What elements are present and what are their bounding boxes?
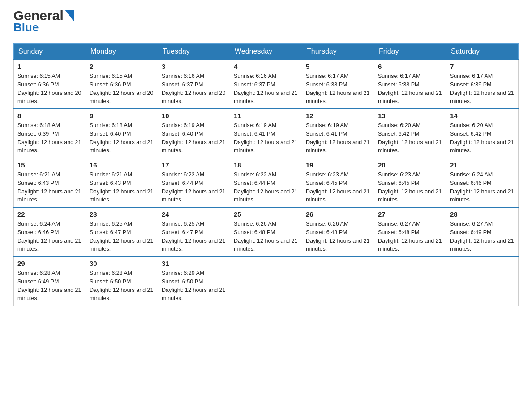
- daylight-label: Daylight: 12 hours and 21 minutes.: [162, 238, 225, 253]
- sunset-label: Sunset: 6:46 PM: [17, 229, 59, 235]
- sunset-label: Sunset: 6:49 PM: [17, 278, 59, 285]
- day-info: Sunrise: 6:17 AM Sunset: 6:38 PM Dayligh…: [378, 72, 442, 106]
- sunrise-label: Sunrise: 6:18 AM: [17, 122, 60, 128]
- sunset-label: Sunset: 6:39 PM: [17, 131, 59, 137]
- sunrise-label: Sunrise: 6:27 AM: [450, 221, 493, 227]
- day-number: 16: [90, 161, 154, 169]
- day-number: 19: [306, 161, 370, 169]
- day-info: Sunrise: 6:28 AM Sunset: 6:50 PM Dayligh…: [90, 269, 154, 303]
- daylight-label: Daylight: 12 hours and 21 minutes.: [378, 238, 442, 253]
- day-cell-20: 20 Sunrise: 6:23 AM Sunset: 6:45 PM Dayl…: [374, 158, 446, 207]
- sunset-label: Sunset: 6:48 PM: [378, 229, 419, 235]
- calendar-header-row: SundayMondayTuesdayWednesdayThursdayFrid…: [14, 44, 519, 60]
- daylight-label: Daylight: 12 hours and 21 minutes.: [234, 139, 297, 154]
- day-info: Sunrise: 6:17 AM Sunset: 6:38 PM Dayligh…: [306, 72, 370, 106]
- day-info: Sunrise: 6:20 AM Sunset: 6:42 PM Dayligh…: [450, 121, 515, 155]
- day-cell-31: 31 Sunrise: 6:29 AM Sunset: 6:50 PM Dayl…: [158, 257, 230, 306]
- sunset-label: Sunset: 6:48 PM: [306, 229, 347, 235]
- day-cell-2: 2 Sunrise: 6:15 AM Sunset: 6:36 PM Dayli…: [86, 60, 158, 109]
- sunset-label: Sunset: 6:38 PM: [378, 81, 419, 88]
- sunrise-label: Sunrise: 6:26 AM: [306, 221, 348, 227]
- day-info: Sunrise: 6:19 AM Sunset: 6:40 PM Dayligh…: [162, 121, 226, 155]
- day-number: 23: [90, 210, 154, 218]
- daylight-label: Daylight: 12 hours and 21 minutes.: [90, 238, 153, 253]
- sunrise-label: Sunrise: 6:19 AM: [234, 122, 276, 128]
- day-number: 24: [162, 210, 226, 218]
- day-info: Sunrise: 6:28 AM Sunset: 6:49 PM Dayligh…: [17, 269, 82, 303]
- day-info: Sunrise: 6:20 AM Sunset: 6:42 PM Dayligh…: [378, 121, 442, 155]
- sunrise-label: Sunrise: 6:15 AM: [90, 73, 132, 79]
- day-cell-15: 15 Sunrise: 6:21 AM Sunset: 6:43 PM Dayl…: [14, 158, 86, 207]
- sunrise-label: Sunrise: 6:27 AM: [378, 221, 420, 227]
- logo-blue: Blue: [13, 21, 39, 34]
- col-header-sunday: Sunday: [14, 44, 86, 60]
- sunset-label: Sunset: 6:47 PM: [162, 229, 203, 235]
- day-number: 1: [17, 63, 82, 70]
- daylight-label: Daylight: 12 hours and 21 minutes.: [162, 287, 225, 302]
- daylight-label: Daylight: 12 hours and 21 minutes.: [234, 238, 297, 253]
- daylight-label: Daylight: 12 hours and 21 minutes.: [17, 238, 81, 253]
- day-number: 26: [306, 210, 370, 218]
- daylight-label: Daylight: 12 hours and 21 minutes.: [17, 188, 81, 203]
- sunset-label: Sunset: 6:50 PM: [90, 278, 131, 285]
- sunrise-label: Sunrise: 6:24 AM: [17, 221, 60, 227]
- day-number: 15: [17, 161, 82, 169]
- day-info: Sunrise: 6:29 AM Sunset: 6:50 PM Dayligh…: [162, 269, 226, 303]
- day-cell-5: 5 Sunrise: 6:17 AM Sunset: 6:38 PM Dayli…: [302, 60, 374, 109]
- sunset-label: Sunset: 6:47 PM: [90, 229, 131, 235]
- sunrise-label: Sunrise: 6:16 AM: [162, 73, 204, 79]
- daylight-label: Daylight: 12 hours and 21 minutes.: [90, 287, 153, 302]
- week-row-4: 22 Sunrise: 6:24 AM Sunset: 6:46 PM Dayl…: [14, 207, 519, 257]
- day-cell-6: 6 Sunrise: 6:17 AM Sunset: 6:38 PM Dayli…: [374, 60, 446, 109]
- day-info: Sunrise: 6:25 AM Sunset: 6:47 PM Dayligh…: [162, 220, 226, 253]
- daylight-label: Daylight: 12 hours and 21 minutes.: [306, 238, 369, 253]
- day-info: Sunrise: 6:18 AM Sunset: 6:40 PM Dayligh…: [90, 121, 154, 155]
- day-info: Sunrise: 6:21 AM Sunset: 6:43 PM Dayligh…: [17, 171, 82, 204]
- col-header-monday: Monday: [86, 44, 158, 60]
- col-header-wednesday: Wednesday: [230, 44, 302, 60]
- daylight-label: Daylight: 12 hours and 21 minutes.: [378, 90, 442, 105]
- day-info: Sunrise: 6:15 AM Sunset: 6:36 PM Dayligh…: [17, 72, 82, 106]
- day-cell-21: 21 Sunrise: 6:24 AM Sunset: 6:46 PM Dayl…: [446, 158, 519, 207]
- sunset-label: Sunset: 6:44 PM: [162, 180, 203, 186]
- sunset-label: Sunset: 6:43 PM: [90, 180, 131, 186]
- day-cell-27: 27 Sunrise: 6:27 AM Sunset: 6:48 PM Dayl…: [374, 207, 446, 257]
- day-info: Sunrise: 6:25 AM Sunset: 6:47 PM Dayligh…: [90, 220, 154, 253]
- daylight-label: Daylight: 12 hours and 21 minutes.: [306, 188, 369, 203]
- day-info: Sunrise: 6:27 AM Sunset: 6:48 PM Dayligh…: [378, 220, 442, 253]
- day-info: Sunrise: 6:26 AM Sunset: 6:48 PM Dayligh…: [306, 220, 370, 253]
- sunrise-label: Sunrise: 6:20 AM: [378, 122, 420, 128]
- day-info: Sunrise: 6:23 AM Sunset: 6:45 PM Dayligh…: [306, 171, 370, 204]
- day-info: Sunrise: 6:16 AM Sunset: 6:37 PM Dayligh…: [234, 72, 298, 106]
- day-info: Sunrise: 6:18 AM Sunset: 6:39 PM Dayligh…: [17, 121, 82, 155]
- day-cell-22: 22 Sunrise: 6:24 AM Sunset: 6:46 PM Dayl…: [14, 207, 86, 257]
- daylight-label: Daylight: 12 hours and 20 minutes.: [17, 90, 81, 105]
- day-info: Sunrise: 6:26 AM Sunset: 6:48 PM Dayligh…: [234, 220, 298, 253]
- sunset-label: Sunset: 6:50 PM: [162, 278, 203, 285]
- sunrise-label: Sunrise: 6:22 AM: [162, 171, 204, 178]
- day-cell-1: 1 Sunrise: 6:15 AM Sunset: 6:36 PM Dayli…: [14, 60, 86, 109]
- day-number: 2: [90, 63, 154, 70]
- day-number: 10: [162, 112, 226, 120]
- col-header-friday: Friday: [374, 44, 446, 60]
- sunset-label: Sunset: 6:37 PM: [162, 81, 203, 88]
- sunrise-label: Sunrise: 6:19 AM: [162, 122, 204, 128]
- daylight-label: Daylight: 12 hours and 21 minutes.: [234, 90, 297, 105]
- day-info: Sunrise: 6:19 AM Sunset: 6:41 PM Dayligh…: [306, 121, 370, 155]
- sunset-label: Sunset: 6:39 PM: [450, 81, 491, 88]
- col-header-tuesday: Tuesday: [158, 44, 230, 60]
- day-cell-9: 9 Sunrise: 6:18 AM Sunset: 6:40 PM Dayli…: [86, 109, 158, 158]
- day-number: 13: [378, 112, 442, 120]
- day-cell-19: 19 Sunrise: 6:23 AM Sunset: 6:45 PM Dayl…: [302, 158, 374, 207]
- sunrise-label: Sunrise: 6:15 AM: [17, 73, 60, 79]
- sunrise-label: Sunrise: 6:16 AM: [234, 73, 276, 79]
- day-number: 17: [162, 161, 226, 169]
- day-info: Sunrise: 6:19 AM Sunset: 6:41 PM Dayligh…: [234, 121, 298, 155]
- empty-cell: [374, 257, 446, 306]
- day-number: 14: [450, 112, 515, 120]
- day-number: 7: [450, 63, 515, 70]
- daylight-label: Daylight: 12 hours and 21 minutes.: [450, 90, 514, 105]
- sunset-label: Sunset: 6:49 PM: [450, 229, 491, 235]
- day-number: 12: [306, 112, 370, 120]
- daylight-label: Daylight: 12 hours and 21 minutes.: [306, 90, 369, 105]
